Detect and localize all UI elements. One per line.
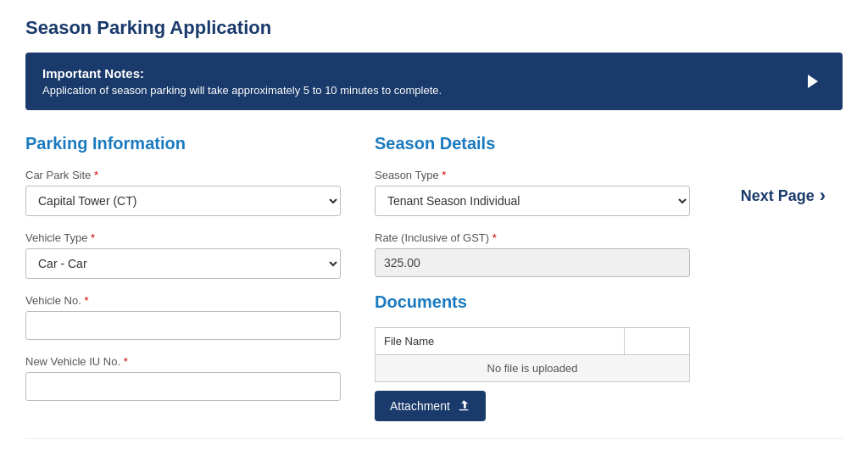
season-type-label: Season Type * bbox=[375, 169, 690, 181]
car-park-field: Car Park Site * Capital Tower (CT) Other… bbox=[25, 169, 341, 216]
documents-title: Documents bbox=[375, 292, 690, 312]
iuno-input[interactable] bbox=[25, 372, 341, 401]
banner-text: Important Notes: Application of season p… bbox=[42, 66, 442, 97]
vehicle-no-input[interactable] bbox=[25, 311, 341, 340]
attachment-label: Attachment bbox=[390, 399, 450, 413]
vehicle-type-label: Vehicle Type * bbox=[25, 231, 341, 244]
col-action bbox=[625, 328, 690, 355]
parking-info-column: Parking Information Car Park Site * Capi… bbox=[25, 134, 341, 421]
vehicle-no-field: Vehicle No. * bbox=[25, 294, 341, 340]
iuno-field: New Vehicle IU No. * bbox=[25, 355, 341, 401]
parking-info-title: Parking Information bbox=[25, 134, 341, 153]
next-page-column: Next Page › bbox=[724, 134, 843, 421]
no-file-row: No file is uploaded bbox=[376, 355, 690, 382]
iuno-label: New Vehicle IU No. * bbox=[25, 355, 341, 368]
season-details-column: Season Details Season Type * Tenant Seas… bbox=[375, 134, 690, 421]
season-type-field: Season Type * Tenant Season Individual P… bbox=[375, 169, 690, 216]
footer-icons: ○ f t in ▶ bbox=[25, 438, 843, 456]
important-banner: Important Notes: Application of season p… bbox=[25, 53, 843, 110]
no-file-text: No file is uploaded bbox=[376, 355, 690, 382]
vehicle-no-label: Vehicle No. * bbox=[25, 294, 341, 307]
form-section: Parking Information Car Park Site * Capi… bbox=[25, 134, 843, 421]
vehicle-type-select[interactable]: Car - Car Motorcycle Van bbox=[25, 248, 341, 279]
svg-marker-0 bbox=[808, 75, 818, 88]
rate-field: Rate (Inclusive of GST) * bbox=[375, 231, 690, 277]
banner-arrow-button[interactable] bbox=[800, 69, 826, 94]
season-type-select[interactable]: Tenant Season Individual Public Season M… bbox=[375, 186, 690, 216]
banner-description: Application of season parking will take … bbox=[42, 84, 442, 97]
next-page-label: Next Page bbox=[741, 187, 815, 205]
page-title: Season Parking Application bbox=[25, 17, 843, 39]
car-park-select[interactable]: Capital Tower (CT) Other Site bbox=[25, 186, 341, 216]
chevron-right-icon: › bbox=[820, 185, 826, 207]
car-park-label: Car Park Site * bbox=[25, 169, 341, 181]
documents-section: Documents File Name No file is uploaded bbox=[375, 292, 690, 421]
rate-input bbox=[375, 248, 690, 277]
next-page-button[interactable]: Next Page › bbox=[741, 185, 826, 207]
col-filename: File Name bbox=[376, 328, 625, 355]
rate-label: Rate (Inclusive of GST) * bbox=[375, 231, 690, 244]
banner-heading: Important Notes: bbox=[42, 66, 442, 81]
vehicle-type-field: Vehicle Type * Car - Car Motorcycle Van bbox=[25, 231, 341, 279]
season-details-title: Season Details bbox=[375, 134, 690, 153]
upload-icon bbox=[457, 399, 470, 413]
attachment-button[interactable]: Attachment bbox=[375, 391, 486, 421]
documents-table: File Name No file is uploaded bbox=[375, 327, 690, 382]
